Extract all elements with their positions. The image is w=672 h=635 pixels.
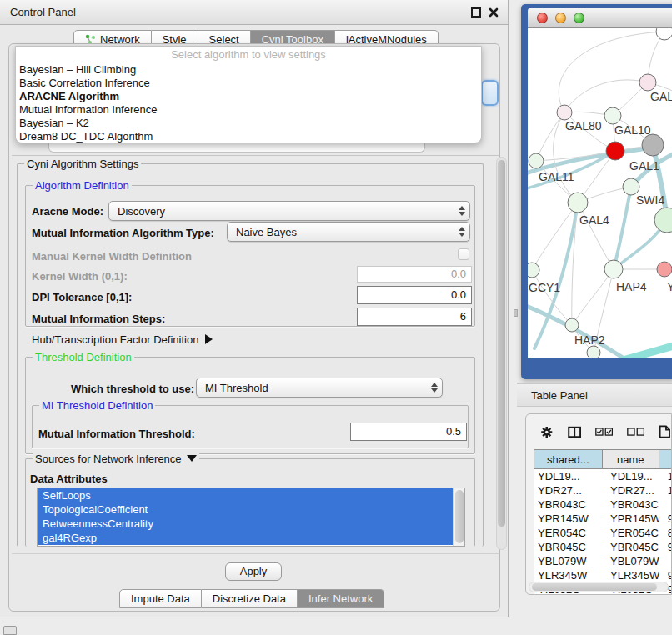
network-node[interactable] xyxy=(654,208,672,232)
document-icon[interactable] xyxy=(659,423,671,440)
network-node-hap4[interactable] xyxy=(604,260,623,278)
table-horizontal-scrollbar[interactable] xyxy=(529,582,669,592)
network-node-gcy1[interactable] xyxy=(528,262,539,278)
table-cell: 9. xyxy=(659,569,672,582)
network-node[interactable] xyxy=(656,28,672,40)
network-canvas[interactable]: GALGAL80GAL10GAL1GAL11SWI4GAL4GCY1HAP4YH… xyxy=(528,28,672,358)
network-window-titlebar[interactable] xyxy=(528,8,672,28)
tab-label: Infer Network xyxy=(308,592,373,605)
table-toolbar xyxy=(526,419,671,444)
network-node-swi4[interactable] xyxy=(623,178,639,195)
network-node-label: HAP4 xyxy=(616,280,647,293)
table-cell: YDL19... xyxy=(602,470,659,482)
focused-combobox-fragment xyxy=(481,80,499,106)
network-node-label: GAL10 xyxy=(614,123,651,137)
tab-infer-network[interactable]: Infer Network xyxy=(298,589,384,608)
close-traffic-light-icon[interactable] xyxy=(537,12,548,23)
network-node[interactable] xyxy=(606,142,624,160)
panel-resize-handle[interactable] xyxy=(514,309,518,317)
table-cell: YLR345W xyxy=(602,569,659,582)
control-panel-titlebar: Control Panel xyxy=(0,0,508,25)
settings-scroll-area xyxy=(12,155,499,552)
network-node-gal11[interactable] xyxy=(529,153,544,168)
algorithm-option[interactable]: Dream8 DC_TDC Algorithm xyxy=(16,130,481,143)
network-node[interactable] xyxy=(587,346,600,358)
network-node-gal10[interactable] xyxy=(604,108,621,124)
apply-button[interactable]: Apply xyxy=(225,562,282,581)
network-node-gal4[interactable] xyxy=(568,192,588,212)
tab-impute-data[interactable]: Impute Data xyxy=(119,589,202,608)
algorithm-option[interactable]: ARACNE Algorithm xyxy=(16,90,481,103)
table-cell: YPR145W xyxy=(534,512,602,525)
columns-icon[interactable] xyxy=(568,425,581,439)
tab-label: Impute Data xyxy=(131,592,190,605)
algorithm-popup-list: Bayesian – Hill ClimbingBasic Correlatio… xyxy=(16,63,481,143)
gear-icon[interactable] xyxy=(540,424,554,440)
table-row[interactable]: YBR043CYBR043C xyxy=(534,498,672,512)
algorithm-popup-caption: Select algorithm to view settings xyxy=(16,47,481,63)
node-table: shared...nameA YDL19...YDL19...13YDR27..… xyxy=(534,449,672,595)
checked-pair-icon[interactable] xyxy=(595,427,613,437)
network-node-label: Y xyxy=(667,280,672,293)
table-header-row: shared...nameA xyxy=(534,449,672,469)
network-node-label: SWI4 xyxy=(636,193,664,207)
scrollbar-thumb[interactable] xyxy=(498,160,505,527)
table-cell: YBL079W xyxy=(534,555,602,568)
close-icon[interactable] xyxy=(489,8,499,18)
network-node-gal[interactable] xyxy=(639,74,656,91)
separator xyxy=(12,553,499,554)
network-node-hap2[interactable] xyxy=(565,318,579,332)
table-row[interactable]: YBL079WYBL079W xyxy=(534,554,672,568)
float-window-icon[interactable] xyxy=(471,8,481,18)
table-cell: 9. xyxy=(659,541,672,553)
network-node-gal1[interactable] xyxy=(642,134,664,156)
network-node-label: GAL4 xyxy=(579,213,609,227)
table-panel-title: Table Panel xyxy=(531,389,588,402)
cyni-bottom-tab-bar: Impute DataDiscretize DataInfer Network xyxy=(119,589,384,608)
network-node-label: GAL80 xyxy=(565,119,602,132)
table-cell: YPR145W xyxy=(602,512,659,525)
settings-vertical-scrollbar[interactable] xyxy=(496,157,507,550)
table-cell: 12 xyxy=(659,484,672,497)
control-panel-window: Control Panel NetworkStyleSelectCyni Too… xyxy=(0,0,509,618)
table-row[interactable]: YDL19...YDL19...13 xyxy=(534,469,672,483)
table-row[interactable]: YLR345WYLR345W9. xyxy=(534,568,672,582)
tab-label: Discretize Data xyxy=(213,592,286,605)
network-node-gal80[interactable] xyxy=(557,105,572,120)
table-cell: 8. xyxy=(659,527,672,539)
network-node-label: GAL xyxy=(650,90,672,103)
unchecked-pair-icon[interactable] xyxy=(627,427,644,437)
table-cell: YBL079W xyxy=(602,555,659,568)
column-header-3[interactable]: A xyxy=(659,450,672,468)
tab-discretize-data[interactable]: Discretize Data xyxy=(202,589,298,608)
table-cell: YBR043C xyxy=(602,498,659,511)
table-cell: 9. xyxy=(659,512,672,525)
algorithm-dropdown-popup: Select algorithm to view settings Bayesi… xyxy=(15,46,482,143)
dock-icon-fragment[interactable] xyxy=(3,626,17,635)
table-row[interactable]: YBR045CYBR045C9. xyxy=(534,540,672,554)
algorithm-option[interactable]: Mutual Information Inference xyxy=(16,103,481,117)
algorithm-option[interactable]: Bayesian – K2 xyxy=(16,117,481,130)
table-cell: YDR27... xyxy=(534,484,602,497)
network-node-y[interactable] xyxy=(657,262,672,277)
table-panel: shared...nameA YDL19...YDL19...13YDR27..… xyxy=(525,413,672,595)
window-title: Control Panel xyxy=(10,6,76,18)
minimize-traffic-light-icon[interactable] xyxy=(555,12,566,23)
algorithm-option[interactable]: Basic Correlation Inference xyxy=(16,77,481,90)
algorithm-option[interactable]: Bayesian – Hill Climbing xyxy=(16,63,481,77)
table-cell: YDL19... xyxy=(534,470,602,482)
table-row[interactable]: YER054CYER054C8. xyxy=(534,526,672,540)
network-node-label: GCY1 xyxy=(529,281,560,294)
table-row[interactable]: YDR27...YDR27...12 xyxy=(534,483,672,498)
network-node-label: GAL11 xyxy=(539,170,574,183)
table-cell: YBR045C xyxy=(602,541,659,553)
table-cell: YER054C xyxy=(534,527,602,539)
table-row[interactable]: YPR145WYPR145W9. xyxy=(534,512,672,526)
zoom-traffic-light-icon[interactable] xyxy=(574,12,584,23)
table-cell: YBR045C xyxy=(534,541,602,553)
network-node-label: HAP2 xyxy=(574,333,605,347)
column-header-2[interactable]: name xyxy=(603,450,660,468)
network-node-label: GAL1 xyxy=(629,159,659,172)
scrollbar-thumb[interactable] xyxy=(532,583,657,591)
column-header-1[interactable]: shared... xyxy=(534,450,603,468)
